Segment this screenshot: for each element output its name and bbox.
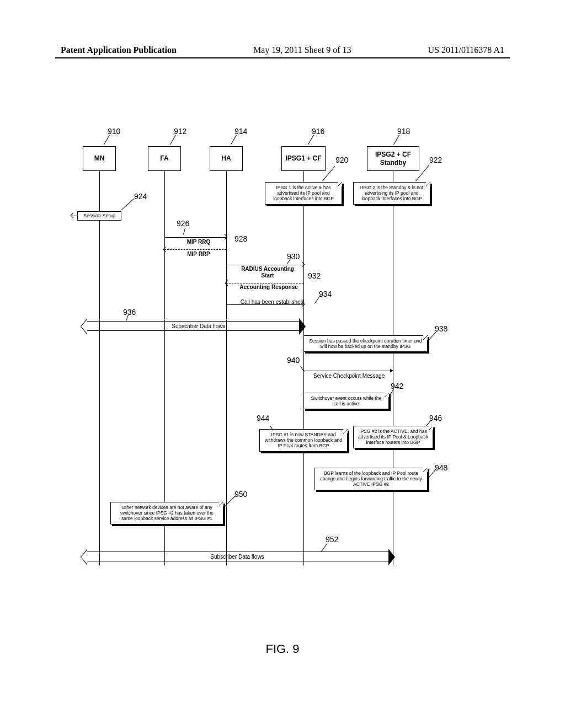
- ref-934: 934: [319, 290, 332, 298]
- ref-940: 940: [287, 356, 300, 365]
- lifeline-ha: [226, 171, 227, 565]
- lifeline-ipsg2: [393, 171, 393, 565]
- label-mip-rrq: MIP RRQ: [177, 239, 221, 245]
- header-left: Patent Application Publication: [61, 45, 177, 55]
- arrow-924-l: [72, 216, 77, 216]
- ref-926: 926: [177, 219, 189, 228]
- participant-fa: FA: [148, 146, 181, 171]
- ref-922: 922: [429, 156, 442, 164]
- ref-910: 910: [108, 127, 120, 136]
- label-dataflow-936: Subscriber Data flows: [149, 323, 248, 330]
- ref-920: 920: [335, 156, 348, 164]
- label-mip-rrp: MIP RRP: [177, 251, 221, 258]
- arrow-mip-rrp: [164, 249, 226, 250]
- lead-926: [183, 228, 185, 234]
- participant-ipsg1: IPSG1 + CF: [281, 146, 326, 171]
- participant-ha: HA: [210, 146, 243, 171]
- note-ipsg2-standby: IPSG 2 is the Standby & is not advertisi…: [353, 182, 430, 205]
- ref-944: 944: [257, 414, 269, 422]
- note-ipsg1-active: IPSG 1 is the Active & has advertised it…: [265, 182, 342, 205]
- label-acct-resp: Accounting Response: [238, 284, 299, 291]
- lead-952: [321, 543, 327, 552]
- ref-932: 932: [308, 271, 321, 280]
- ref-928: 928: [234, 234, 247, 243]
- lead-912: [170, 135, 176, 145]
- participant-ipsg2: IPSG2 + CF Standby: [367, 146, 419, 171]
- lead-924: [121, 199, 134, 210]
- label-radius-start: RADIUS Accounting Start: [234, 266, 301, 279]
- note-bgp-learn: BGP learns of the loopback and IP Pool r…: [315, 468, 428, 490]
- ref-936: 936: [123, 308, 136, 317]
- lead-910: [104, 135, 110, 145]
- arrow-radius-start: [226, 265, 303, 265]
- label-call-est: Call has been established: [236, 299, 308, 306]
- lead-934: [315, 295, 321, 303]
- session-setup-box: Session Setup: [77, 211, 121, 221]
- arrow-mip-rrq: [164, 237, 226, 238]
- header-rule: [55, 57, 510, 58]
- header-right: US 2011/0116378 A1: [428, 45, 504, 55]
- note-ipsg1-standby: IPSG #1 is now STANDBY and withdraws the…: [259, 429, 348, 452]
- ref-924: 924: [134, 192, 147, 201]
- arrow-acct-resp: [226, 283, 303, 283]
- figure-caption: FIG. 9: [0, 642, 565, 656]
- lifeline-ipsg1: [303, 171, 304, 565]
- note-checkpoint-duration: Session has passed the checkpoint durati…: [303, 335, 428, 352]
- ref-916: 916: [312, 127, 324, 136]
- participant-mn: MN: [83, 146, 116, 171]
- note-ipsg2-active: IPSG #2 is the ACTIVE, and has advertise…: [353, 426, 433, 448]
- lead-938: [428, 330, 437, 341]
- header-center: May 19, 2011 Sheet 9 of 13: [253, 45, 351, 55]
- note-no-aware: Other network devices are not aware of a…: [110, 502, 223, 524]
- ref-938: 938: [435, 324, 447, 333]
- label-dataflow-952: Subscriber Data flows: [182, 554, 292, 560]
- page-header: Patent Application Publication May 19, 2…: [0, 45, 565, 55]
- arrow-checkpoint: [303, 371, 393, 371]
- note-switchover: Switchover event occurs while the call i…: [303, 393, 389, 409]
- ref-918: 918: [397, 127, 410, 136]
- lead-914: [231, 135, 237, 145]
- ref-914: 914: [234, 127, 247, 136]
- lead-918: [393, 135, 399, 145]
- label-checkpoint: Service Checkpoint Message: [306, 373, 392, 379]
- ref-912: 912: [174, 127, 186, 136]
- lead-950: [223, 496, 236, 508]
- ref-946: 946: [429, 414, 442, 422]
- lead-948: [428, 468, 437, 478]
- ref-952: 952: [326, 535, 338, 544]
- sequence-diagram: 910 912 914 916 918 MN FA HA IPSG1 + CF …: [83, 127, 480, 568]
- ref-950: 950: [234, 490, 247, 499]
- lead-916: [308, 135, 314, 145]
- lifeline-mn: [99, 171, 100, 565]
